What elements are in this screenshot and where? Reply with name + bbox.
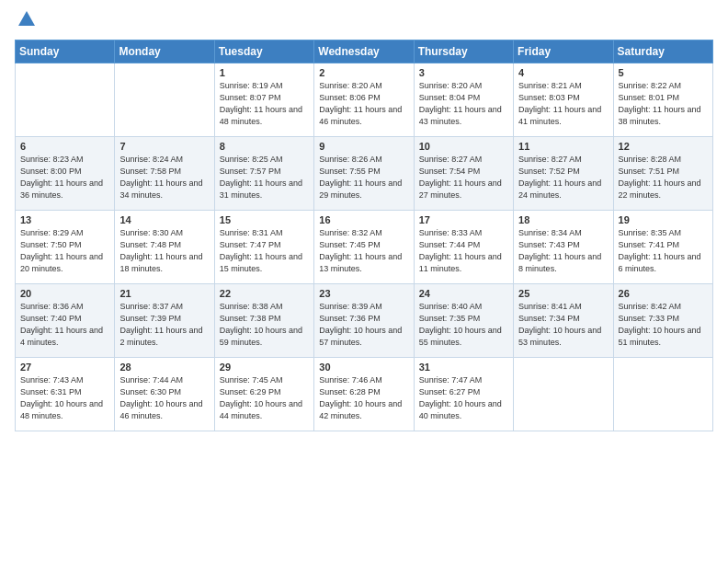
cell-info: Sunrise: 8:41 AM Sunset: 7:34 PM Dayligh… <box>518 301 608 349</box>
calendar-cell: 16Sunrise: 8:32 AM Sunset: 7:45 PM Dayli… <box>314 210 414 283</box>
day-number: 8 <box>220 141 309 152</box>
calendar-table: SundayMondayTuesdayWednesdayThursdayFrid… <box>15 40 713 431</box>
calendar-cell <box>16 63 115 136</box>
cell-info: Sunrise: 7:45 AM Sunset: 6:29 PM Dayligh… <box>220 374 309 422</box>
calendar-cell: 18Sunrise: 8:34 AM Sunset: 7:43 PM Dayli… <box>514 210 613 283</box>
week-row: 20Sunrise: 8:36 AM Sunset: 7:40 PM Dayli… <box>16 283 713 357</box>
day-number: 18 <box>518 214 608 225</box>
cell-info: Sunrise: 8:20 AM Sunset: 8:06 PM Dayligh… <box>319 80 408 128</box>
day-number: 29 <box>220 362 309 373</box>
cell-info: Sunrise: 7:44 AM Sunset: 6:30 PM Dayligh… <box>119 374 209 422</box>
day-number: 19 <box>619 214 708 225</box>
day-header-tuesday: Tuesday <box>214 40 313 63</box>
header-row: SundayMondayTuesdayWednesdayThursdayFrid… <box>16 40 713 63</box>
calendar-cell: 25Sunrise: 8:41 AM Sunset: 7:34 PM Dayli… <box>514 283 613 357</box>
day-number: 3 <box>419 67 508 78</box>
day-number: 17 <box>419 214 508 225</box>
day-number: 7 <box>119 141 209 152</box>
cell-info: Sunrise: 8:34 AM Sunset: 7:43 PM Dayligh… <box>518 227 608 275</box>
calendar-cell: 7Sunrise: 8:24 AM Sunset: 7:58 PM Daylig… <box>115 136 214 210</box>
day-number: 23 <box>319 288 408 299</box>
week-row: 1Sunrise: 8:19 AM Sunset: 8:07 PM Daylig… <box>16 63 713 136</box>
day-number: 30 <box>319 362 408 373</box>
calendar-cell: 3Sunrise: 8:20 AM Sunset: 8:04 PM Daylig… <box>414 63 513 136</box>
logo <box>15 9 37 34</box>
calendar-cell <box>514 357 613 431</box>
cell-info: Sunrise: 7:47 AM Sunset: 6:27 PM Dayligh… <box>419 374 508 422</box>
cell-info: Sunrise: 8:27 AM Sunset: 7:52 PM Dayligh… <box>518 154 608 201</box>
day-header-monday: Monday <box>115 40 214 63</box>
calendar-cell: 6Sunrise: 8:23 AM Sunset: 8:00 PM Daylig… <box>16 136 115 210</box>
calendar-cell: 20Sunrise: 8:36 AM Sunset: 7:40 PM Dayli… <box>16 283 115 357</box>
week-row: 6Sunrise: 8:23 AM Sunset: 8:00 PM Daylig… <box>16 136 713 210</box>
cell-info: Sunrise: 8:25 AM Sunset: 7:57 PM Dayligh… <box>220 154 309 201</box>
day-number: 13 <box>20 214 109 225</box>
cell-info: Sunrise: 8:22 AM Sunset: 8:01 PM Dayligh… <box>619 80 708 128</box>
day-number: 25 <box>518 288 608 299</box>
cell-info: Sunrise: 8:38 AM Sunset: 7:38 PM Dayligh… <box>220 301 309 349</box>
day-number: 9 <box>319 141 408 152</box>
cell-info: Sunrise: 8:37 AM Sunset: 7:39 PM Dayligh… <box>119 301 209 349</box>
day-header-friday: Friday <box>514 40 613 63</box>
day-number: 21 <box>119 288 209 299</box>
day-header-sunday: Sunday <box>16 40 115 63</box>
calendar-cell: 15Sunrise: 8:31 AM Sunset: 7:47 PM Dayli… <box>214 210 313 283</box>
calendar-cell: 27Sunrise: 7:43 AM Sunset: 6:31 PM Dayli… <box>16 357 115 431</box>
calendar-cell: 9Sunrise: 8:26 AM Sunset: 7:55 PM Daylig… <box>314 136 414 210</box>
cell-info: Sunrise: 8:24 AM Sunset: 7:58 PM Dayligh… <box>119 154 209 201</box>
calendar-cell: 21Sunrise: 8:37 AM Sunset: 7:39 PM Dayli… <box>115 283 214 357</box>
calendar-cell: 28Sunrise: 7:44 AM Sunset: 6:30 PM Dayli… <box>115 357 214 431</box>
calendar-cell: 26Sunrise: 8:42 AM Sunset: 7:33 PM Dayli… <box>613 283 712 357</box>
cell-info: Sunrise: 7:46 AM Sunset: 6:28 PM Dayligh… <box>319 374 408 422</box>
day-number: 12 <box>619 141 708 152</box>
cell-info: Sunrise: 8:23 AM Sunset: 8:00 PM Dayligh… <box>20 154 109 201</box>
calendar-cell: 23Sunrise: 8:39 AM Sunset: 7:36 PM Dayli… <box>314 283 414 357</box>
svg-marker-0 <box>18 11 35 26</box>
cell-info: Sunrise: 8:39 AM Sunset: 7:36 PM Dayligh… <box>319 301 408 349</box>
calendar-cell: 13Sunrise: 8:29 AM Sunset: 7:50 PM Dayli… <box>16 210 115 283</box>
week-row: 27Sunrise: 7:43 AM Sunset: 6:31 PM Dayli… <box>16 357 713 431</box>
cell-info: Sunrise: 8:20 AM Sunset: 8:04 PM Dayligh… <box>419 80 508 128</box>
calendar-cell: 2Sunrise: 8:20 AM Sunset: 8:06 PM Daylig… <box>314 63 414 136</box>
cell-info: Sunrise: 7:43 AM Sunset: 6:31 PM Dayligh… <box>20 374 109 422</box>
week-row: 13Sunrise: 8:29 AM Sunset: 7:50 PM Dayli… <box>16 210 713 283</box>
cell-info: Sunrise: 8:35 AM Sunset: 7:41 PM Dayligh… <box>619 227 708 275</box>
calendar-cell: 22Sunrise: 8:38 AM Sunset: 7:38 PM Dayli… <box>214 283 313 357</box>
cell-info: Sunrise: 8:36 AM Sunset: 7:40 PM Dayligh… <box>20 301 109 349</box>
day-number: 16 <box>319 214 408 225</box>
cell-info: Sunrise: 8:30 AM Sunset: 7:48 PM Dayligh… <box>119 227 209 275</box>
day-number: 20 <box>20 288 109 299</box>
calendar-cell: 12Sunrise: 8:28 AM Sunset: 7:51 PM Dayli… <box>613 136 712 210</box>
day-number: 4 <box>518 67 608 78</box>
day-number: 1 <box>220 67 309 78</box>
calendar-cell: 4Sunrise: 8:21 AM Sunset: 8:03 PM Daylig… <box>514 63 613 136</box>
day-number: 31 <box>419 362 508 373</box>
cell-info: Sunrise: 8:42 AM Sunset: 7:33 PM Dayligh… <box>619 301 708 349</box>
calendar-cell: 29Sunrise: 7:45 AM Sunset: 6:29 PM Dayli… <box>214 357 313 431</box>
cell-info: Sunrise: 8:31 AM Sunset: 7:47 PM Dayligh… <box>220 227 309 275</box>
cell-info: Sunrise: 8:19 AM Sunset: 8:07 PM Dayligh… <box>220 80 309 128</box>
calendar-cell: 17Sunrise: 8:33 AM Sunset: 7:44 PM Dayli… <box>414 210 513 283</box>
day-number: 6 <box>20 141 109 152</box>
day-number: 27 <box>20 362 109 373</box>
cell-info: Sunrise: 8:21 AM Sunset: 8:03 PM Dayligh… <box>518 80 608 128</box>
day-number: 5 <box>619 67 708 78</box>
cell-info: Sunrise: 8:27 AM Sunset: 7:54 PM Dayligh… <box>419 154 508 201</box>
calendar-cell: 5Sunrise: 8:22 AM Sunset: 8:01 PM Daylig… <box>613 63 712 136</box>
calendar-cell: 19Sunrise: 8:35 AM Sunset: 7:41 PM Dayli… <box>613 210 712 283</box>
day-number: 15 <box>220 214 309 225</box>
day-number: 24 <box>419 288 508 299</box>
calendar-cell: 14Sunrise: 8:30 AM Sunset: 7:48 PM Dayli… <box>115 210 214 283</box>
day-number: 2 <box>319 67 408 78</box>
calendar-page: SundayMondayTuesdayWednesdayThursdayFrid… <box>0 0 728 446</box>
day-number: 10 <box>419 141 508 152</box>
calendar-cell: 11Sunrise: 8:27 AM Sunset: 7:52 PM Dayli… <box>514 136 613 210</box>
day-header-thursday: Thursday <box>414 40 513 63</box>
cell-info: Sunrise: 8:40 AM Sunset: 7:35 PM Dayligh… <box>419 301 508 349</box>
calendar-cell: 1Sunrise: 8:19 AM Sunset: 8:07 PM Daylig… <box>214 63 313 136</box>
calendar-cell: 8Sunrise: 8:25 AM Sunset: 7:57 PM Daylig… <box>214 136 313 210</box>
day-number: 26 <box>619 288 708 299</box>
cell-info: Sunrise: 8:32 AM Sunset: 7:45 PM Dayligh… <box>319 227 408 275</box>
day-number: 28 <box>119 362 209 373</box>
logo-icon <box>17 9 37 29</box>
